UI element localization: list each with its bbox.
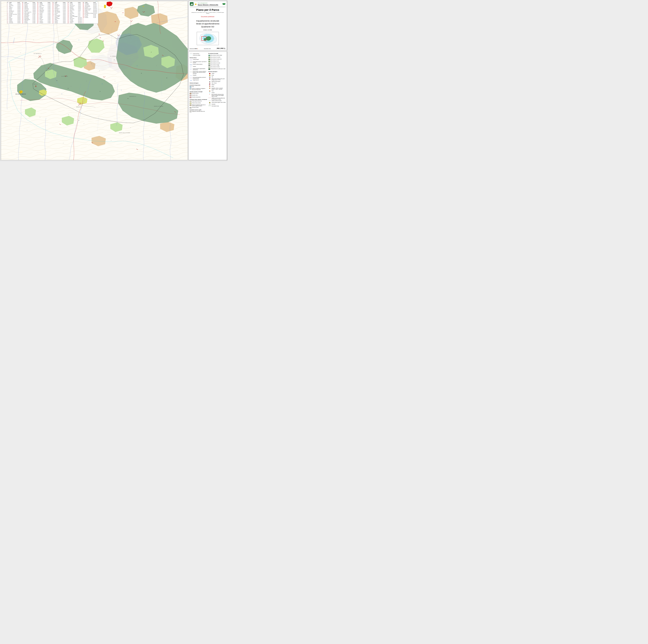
legend-color-chip: 16 [208, 64, 210, 66]
toponym-name: Cà d'Angiolo [9, 13, 17, 14]
toponym-row: 71Cà MartinoCarpegna [53, 17, 67, 18]
toponym-row: 3Casa del PapaCasteldelci [7, 5, 22, 6]
toponym-comune: Casteldelci [17, 21, 22, 22]
legend-item: Castelli [208, 73, 226, 74]
toponym-row: 33Fonte CerretoPennabilli [23, 17, 37, 18]
toponym-comune: Pennabilli [48, 4, 52, 5]
toponym-name: Cà La Villa [85, 15, 93, 16]
toponym-num: 75 [53, 21, 55, 22]
toponym-row: 94Cà Rio PetraMontecopiolo [68, 21, 83, 22]
toponym-num: 72 [53, 18, 55, 19]
toponym-num: 99 [83, 6, 85, 7]
toponym-row: 47Ponte MessaPennabilli [38, 12, 52, 13]
toponym-row: 106Cà VandroPennabilli [83, 14, 98, 15]
map-label: MIRATOIO [76, 107, 82, 107]
toponym-name: Cà dei Frati [40, 8, 48, 9]
toponym-name: Fonte del Faggio [55, 16, 63, 17]
toponym-name: Cà Martino [55, 17, 63, 18]
toponym-comune: Carpegna [78, 5, 83, 6]
legend-item: 3 Arbusteto deciduo [190, 93, 207, 94]
toponym-row: 54Cà del VentoPennabilli [38, 19, 52, 20]
toponym-name: Cà Brisciane [24, 6, 33, 7]
toponym-num: 88 [68, 15, 70, 16]
map-label: BASCIO [34, 84, 38, 85]
toponym-num: 92 [68, 19, 70, 20]
toponym-num: 5 [7, 7, 9, 8]
toponym-name: Monteboaggine [70, 15, 78, 16]
toponym-comune: Pennabilli [93, 14, 98, 15]
toponym-num: 84 [68, 11, 70, 11]
toponym-row: 77San SistoCarpegna [68, 3, 83, 4]
legend-item: 15 Bosco deciduo di nocciolo [208, 62, 226, 64]
toponym-num: 46 [38, 11, 40, 11]
toponym-name: Cà dello Scoiattolo [55, 15, 63, 16]
map-sheet: CA' RAFFAELLO BASCIO MOLINO DI BASCIO CA… [0, 0, 227, 161]
toponym-name: Cà Venturino [70, 6, 78, 7]
arenaceo-swatch [190, 68, 192, 70]
legend-color-chip: 2 [190, 88, 192, 90]
legend-item-label: Edificato recente sparso [212, 81, 220, 82]
toponym-name: Cà il Palazzo [85, 4, 93, 5]
legend-item: Viabilità e percorsi storici (Marecchia,… [208, 98, 226, 100]
toponym-num: 17 [7, 20, 9, 21]
toponym-name: Cà Budrio [85, 7, 93, 8]
toponym-name: Il Monte - Campo d'Arco [24, 12, 33, 12]
toponym-row: 10Cà d'AngioloCasteldelci [7, 13, 22, 14]
locator-map [197, 32, 219, 45]
legend-item: Palazzo [208, 84, 226, 85]
toponym-name: Cà del Lago [55, 6, 63, 7]
legend-item-label: Accumulo di frana [192, 107, 199, 108]
toponym-name: Cà Fiorito [85, 16, 93, 17]
toponym-row: 85Cà GalassoFrontino [68, 12, 83, 13]
toponym-comune: Pennabilli [33, 18, 37, 19]
toponym-name: Molino del Becco [24, 15, 33, 16]
toponym-row: 79Molino del ConteCarpegna [68, 5, 83, 6]
toponym-num: 13 [7, 16, 9, 17]
toponym-comune: Pennabilli [33, 22, 37, 23]
toponym-name: Cà Belvedere [55, 4, 63, 5]
toponym-comune: Pennabilli [48, 16, 52, 17]
toponym-row: 49ScavolinoPennabilli [38, 14, 52, 15]
toponym-name: Cà Galasso [70, 12, 78, 12]
scalebar-tick: 500 [220, 49, 221, 49]
toponym-num: 76 [53, 22, 55, 23]
toponym-comune: Pennabilli [63, 3, 67, 4]
toponym-comune: Pietrarubbia [93, 3, 98, 4]
legend-item-label: Borghi [212, 75, 214, 76]
toponym-name: Spinagiola [9, 15, 17, 16]
legend-item: Mulino [208, 86, 226, 87]
legend-symbol [209, 88, 210, 89]
toponym-name: Pugliano Vecchio [85, 10, 93, 10]
toponym-comune: Carpegna [78, 7, 83, 8]
toponym-row: 9Molino DuanoCasteldelci [7, 12, 22, 13]
legend-symbol [209, 75, 210, 76]
toponym-name: Monboscio [70, 7, 78, 8]
toponym-num: 108 [83, 16, 85, 17]
date-label: Novembre 2019 [204, 48, 211, 49]
toponym-comune: Carpegna [63, 21, 67, 22]
legend-item: Ville [208, 77, 226, 78]
toponym-comune: Frontino [78, 15, 83, 16]
toponym-comune: Casteldelci [17, 4, 22, 5]
toponym-comune: Carpegna [78, 4, 83, 5]
legend-item-label: Bosco deciduo di salici e pioppi [211, 55, 222, 56]
toponym-row: 31Molino del BeccoPennabilli [23, 15, 37, 16]
toponym-row: 12SpinagiolaCasteldelci [7, 15, 22, 16]
legend-item-label: Prateria chiusa continua [192, 102, 201, 103]
legend-item-label: Grandi pareti rocciose e rupi minori di … [193, 61, 207, 63]
legend-symbol [209, 83, 210, 84]
legend-color-chip: 10 [190, 111, 192, 112]
map-area[interactable]: CA' RAFFAELLO BASCIO MOLINO DI BASCIO CA… [1, 1, 188, 160]
col-header-comune: Comune [48, 2, 52, 3]
toponym-num: 42 [38, 6, 40, 7]
toponym-row: 2Casa NovaCasteldelci [7, 4, 22, 5]
legend-item: 16 Bosco deciduo di faggio [208, 64, 226, 66]
legend-color-chip: 7 [190, 103, 192, 104]
toponym-comune: Casteldelci [33, 4, 37, 5]
legend-section-title: Sistema fisico [190, 57, 207, 58]
toponym-comune: Carpegna [63, 16, 67, 17]
svg-text:13: 13 [56, 80, 57, 81]
toponym-name: Cà Bruciata [24, 7, 33, 8]
legend-item-label: Prateria aperta discontinua [192, 100, 202, 102]
toponym-name: Molino dei Frati [70, 10, 78, 10]
